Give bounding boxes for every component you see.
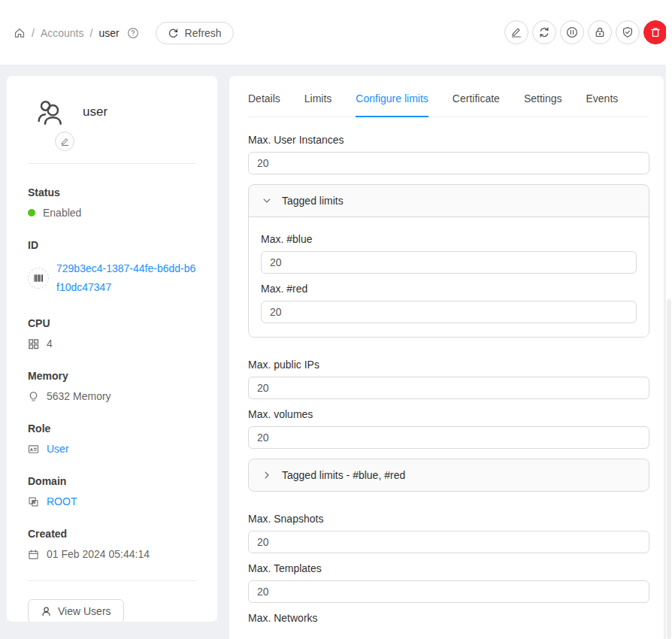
domain-link[interactable]: ROOT (47, 495, 77, 507)
tab-events[interactable]: Events (586, 91, 618, 106)
block-icon (28, 496, 39, 507)
edit-icon (510, 26, 522, 38)
account-id-link[interactable]: 729b3ec4-1387-44fe-b6dd-b6f10dc47347 (56, 259, 198, 297)
field-domain: Domain ROOT (28, 475, 198, 507)
user-icon (41, 606, 52, 617)
field-memory-label: Memory (28, 370, 198, 382)
field-id-label: ID (28, 239, 198, 251)
max-public-ips-input[interactable] (248, 377, 649, 399)
trash-icon (649, 26, 661, 38)
appstore-icon (28, 338, 39, 350)
field-domain-label: Domain (28, 475, 198, 487)
tab-bar: Details Limits Configure limits Certific… (248, 91, 649, 117)
tab-certificate[interactable]: Certificate (453, 91, 500, 106)
max-networks-label: Max. Networks (248, 612, 649, 624)
tab-settings[interactable]: Settings (524, 91, 562, 106)
max-blue-label: Max. #blue (261, 233, 637, 245)
tab-configure-limits[interactable]: Configure limits (356, 91, 428, 106)
bulb-icon (28, 391, 39, 402)
chevron-down-icon (262, 195, 272, 206)
pencil-icon (60, 137, 70, 147)
account-summary-card: user Status Enabled ID (6, 75, 218, 622)
field-id: ID 729b3ec4-1387-44fe-b6dd-b6f10dc47347 (28, 239, 198, 297)
max-user-instances-input[interactable] (248, 152, 649, 174)
max-templates-input[interactable] (248, 580, 649, 603)
refresh-button[interactable]: Refresh (156, 22, 234, 44)
edit-name-button[interactable] (55, 132, 74, 151)
idcard-icon (28, 444, 39, 455)
max-templates-label: Max. Templates (248, 562, 649, 574)
max-blue-input[interactable] (261, 251, 637, 274)
memory-value: 5632 Memory (47, 390, 111, 402)
lock-account-button[interactable] (588, 20, 612, 44)
cpu-value: 4 (47, 338, 53, 350)
edit-account-button[interactable] (504, 20, 528, 44)
top-bar: / Accounts / user Refresh (0, 0, 672, 65)
home-icon[interactable] (14, 27, 26, 39)
field-cpu: CPU 4 (28, 317, 198, 350)
shield-check-icon (622, 26, 634, 38)
tagged-limits-panel-title: Tagged limits (282, 195, 344, 207)
field-cpu-label: CPU (28, 317, 198, 329)
question-circle-icon[interactable] (127, 27, 139, 39)
field-status: Status Enabled (28, 186, 198, 219)
sync-icon (538, 26, 550, 38)
calendar-icon (28, 549, 39, 560)
pause-circle-icon (566, 26, 578, 38)
scrollbar-thumb[interactable] (667, 299, 671, 639)
view-users-button[interactable]: View Users (28, 599, 124, 622)
scrollbar-track[interactable] (666, 0, 672, 639)
max-snapshots-input[interactable] (248, 531, 649, 553)
breadcrumb-user: user (98, 27, 119, 39)
tagged-limits-collapsed-panel-title: Tagged limits - #blue, #red (282, 469, 405, 481)
configure-limits-form: Max. User Instances Tagged limits Max. #… (248, 134, 649, 624)
created-value: 01 Feb 2024 05:44:14 (47, 548, 150, 560)
add-certificate-button[interactable] (616, 20, 640, 44)
header-actions (504, 20, 667, 44)
tagged-limits-collapsed-panel: Tagged limits - #blue, #red (248, 459, 649, 492)
field-memory: Memory 5632 Memory (28, 370, 198, 402)
max-volumes-label: Max. volumes (248, 408, 649, 420)
tagged-limits-panel-header[interactable]: Tagged limits (249, 185, 649, 217)
field-created-label: Created (28, 528, 198, 540)
breadcrumb: / Accounts / user Refresh (14, 22, 234, 44)
max-snapshots-label: Max. Snapshots (248, 513, 649, 525)
divider (28, 580, 196, 581)
field-status-label: Status (28, 186, 198, 198)
field-role: Role User (28, 422, 198, 455)
max-red-input[interactable] (261, 301, 637, 323)
tagged-limits-panel: Tagged limits Max. #blue Max. #red (248, 184, 649, 338)
tagged-limits-collapsed-panel-header[interactable]: Tagged limits - #blue, #red (249, 459, 649, 491)
role-link[interactable]: User (47, 443, 69, 455)
max-user-instances-label: Max. User Instances (248, 134, 649, 146)
status-enabled-dot (28, 209, 35, 217)
breadcrumb-separator: / (32, 27, 35, 39)
tab-details[interactable]: Details (248, 91, 280, 106)
account-name: user (83, 104, 107, 120)
barcode-icon (28, 268, 49, 289)
reload-icon (168, 28, 179, 39)
account-detail-card: Details Limits Configure limits Certific… (229, 75, 664, 639)
update-resource-count-button[interactable] (532, 20, 556, 44)
max-public-ips-label: Max. public IPs (248, 359, 649, 371)
refresh-button-label: Refresh (185, 27, 222, 39)
disable-account-button[interactable] (560, 20, 584, 44)
breadcrumb-separator: / (89, 27, 92, 39)
max-volumes-input[interactable] (248, 426, 649, 449)
lock-icon (594, 26, 606, 38)
breadcrumb-accounts[interactable]: Accounts (41, 27, 84, 39)
view-users-label: View Users (58, 605, 111, 617)
chevron-right-icon (262, 470, 272, 480)
status-value: Enabled (43, 207, 81, 219)
max-red-label: Max. #red (261, 283, 637, 295)
field-role-label: Role (28, 422, 198, 435)
tab-limits[interactable]: Limits (304, 91, 332, 106)
delete-account-button[interactable] (643, 20, 667, 44)
team-avatar-icon (35, 97, 65, 127)
field-created: Created 01 Feb 2024 05:44:14 (28, 528, 198, 560)
